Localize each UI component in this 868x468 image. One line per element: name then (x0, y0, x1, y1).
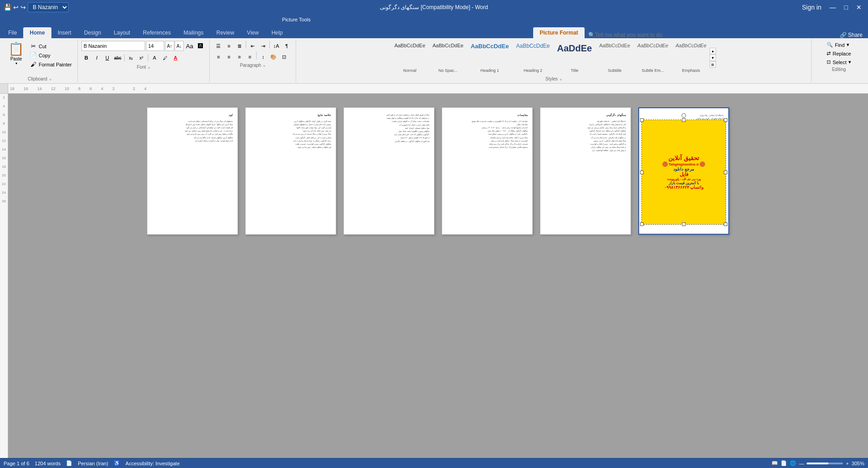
numbered-list-button[interactable]: ≡ (224, 41, 234, 51)
italic-button[interactable]: I (92, 53, 102, 63)
maximize-button[interactable]: □ (842, 3, 851, 12)
styles-gallery: AaBbCcDdEe Normal AaBbCcDdEe No Spac... … (391, 41, 710, 74)
style-heading1[interactable]: AaBbCcDdEe Heading 1 (468, 41, 512, 74)
paste-button[interactable]: 📋 Paste ▾ (5, 41, 27, 67)
page-4[interactable]: مقایسات مقایسات آن - مقاومت آن از ۱۵ تا … (442, 107, 533, 235)
read-mode-button[interactable]: 📖 (772, 460, 778, 466)
redo-button[interactable]: ↪ (20, 4, 26, 11)
subscript-button[interactable]: x₂ (126, 53, 136, 63)
font-selector[interactable]: B Nazanin (28, 2, 69, 12)
align-left-button[interactable]: ≡ (213, 52, 223, 62)
tab-references[interactable]: References (136, 27, 177, 38)
web-layout-button[interactable]: 🌐 (790, 460, 796, 466)
undo-button[interactable]: ↩ (13, 4, 19, 11)
search-input[interactable] (595, 32, 686, 38)
tab-help[interactable]: Help (265, 27, 289, 38)
multilevel-list-button[interactable]: ≣ (234, 41, 244, 51)
tab-home[interactable]: Home (23, 27, 51, 38)
replace-button[interactable]: ⇄ Replace (825, 50, 853, 57)
underline-button[interactable]: U (102, 53, 112, 63)
clipboard-expand-icon[interactable]: ⬦ (49, 77, 51, 81)
tab-review[interactable]: Review (210, 27, 240, 38)
styles-group: AaBbCcDdEe Normal AaBbCcDdEe No Spac... … (296, 39, 812, 82)
tab-layout[interactable]: Layout (107, 27, 136, 38)
font-color-button[interactable]: A (171, 53, 181, 63)
change-case-button[interactable]: Aa (185, 41, 195, 51)
tab-file[interactable]: File (2, 27, 23, 38)
increase-indent-button[interactable]: ⇥ (258, 41, 268, 51)
handle-br[interactable] (724, 222, 727, 226)
style-no-spacing[interactable]: AaBbCcDdEe No Spac... (429, 41, 467, 74)
styles-expand-icon[interactable]: ⬦ (560, 77, 562, 81)
sign-in-button[interactable]: Sign in (799, 3, 824, 12)
shading-button[interactable]: 🎨 (268, 52, 278, 62)
line-spacing-button[interactable]: ↕ (258, 52, 268, 62)
font-expand-icon[interactable]: ⬦ (148, 65, 150, 70)
handle-tr[interactable] (724, 118, 727, 122)
tab-insert[interactable]: Insert (51, 27, 78, 38)
handle-ml[interactable] (640, 171, 644, 174)
text-highlight-button[interactable]: 🖊 (160, 53, 170, 63)
sort-button[interactable]: ↕A (271, 41, 281, 51)
copy-button[interactable]: 📄 Copy (28, 51, 74, 60)
handle-tl[interactable] (640, 118, 644, 122)
zoom-slider[interactable] (807, 463, 843, 464)
style-title[interactable]: AaDdEe Title (554, 41, 595, 74)
page-1[interactable]: کوه محیطهای آبی سنگ دور از مراکز آتشفشان… (147, 107, 238, 235)
style-normal[interactable]: AaBbCcDdEe Normal (391, 41, 429, 74)
styles-expand[interactable]: ⊞ (710, 61, 716, 68)
print-layout-button[interactable]: 📄 (781, 460, 787, 466)
decrease-indent-button[interactable]: ⇤ (247, 41, 257, 51)
style-subtle-em[interactable]: AaBbCcDdEe Subtle Em... (634, 41, 671, 74)
status-right: 📖 📄 🌐 — + 305% (772, 460, 864, 466)
advert-line7: ۰۹۹۸۱۳۶۶۶۲۴ واتساپ (664, 185, 704, 190)
style-subtitle[interactable]: AaBbCcDdEe Subtitle (596, 41, 633, 74)
font-size-input[interactable] (146, 41, 164, 51)
style-subtle-em-preview: AaBbCcDdEe (637, 43, 668, 49)
justify-button[interactable]: ≡ (245, 52, 255, 62)
style-emphasis-label: Emphasis (682, 68, 700, 73)
select-button[interactable]: ⊡ Select ▾ (825, 58, 853, 66)
style-emphasis[interactable]: AaBbCcDdEe Emphasis (672, 41, 710, 74)
page-5[interactable]: سنگهای دگرگونی دانشگاه آزاد اسلامی - دان… (540, 107, 631, 235)
close-button[interactable]: ✕ (853, 3, 864, 12)
handle-tm[interactable] (682, 118, 686, 122)
page-2[interactable]: خلاصه نتایج نتیجه گیری: در طول فرآیند دگ… (245, 107, 336, 235)
bold-button[interactable]: B (81, 53, 91, 63)
styles-scroll-down[interactable]: ▼ (710, 55, 716, 61)
clipboard-small-buttons: ✂ Cut 📄 Copy 🖌 Format Painter (28, 41, 74, 69)
para-expand-icon[interactable]: ⬦ (263, 63, 265, 68)
tab-mailings[interactable]: Mailings (177, 27, 210, 38)
font-name-input[interactable] (81, 41, 145, 51)
styles-scroll-up[interactable]: ▲ (710, 48, 716, 54)
font-group-label: Font ⬦ (81, 64, 206, 70)
tab-view[interactable]: View (241, 27, 265, 38)
rotate-handle[interactable] (681, 113, 686, 118)
save-button[interactable]: 💾 (4, 4, 11, 11)
page-3[interactable]: سنگ از طریق اعمال فشار و مقاومت شدید آن … (343, 107, 434, 235)
style-heading2[interactable]: AaBbCcDdEe Heading 2 (513, 41, 553, 74)
borders-button[interactable]: ⊡ (279, 52, 289, 62)
strikethrough-button[interactable]: abc (113, 53, 123, 63)
font-size-buttons: A↑ A↓ (165, 41, 184, 51)
font-size-decrease[interactable]: A↓ (175, 41, 184, 51)
align-right-button[interactable]: ≡ (234, 52, 244, 62)
handle-mr[interactable] (724, 171, 727, 174)
tab-design[interactable]: Design (78, 27, 107, 38)
bullets-button[interactable]: ☰ (213, 41, 223, 51)
handle-bl[interactable] (640, 222, 644, 226)
tab-picture-format[interactable]: Picture Format (533, 27, 585, 38)
page-6[interactable]: دانشگاه آزاد اسلامی - واحد تهران دانشکده… (638, 107, 729, 235)
minimize-button[interactable]: — (827, 3, 839, 12)
show-marks-button[interactable]: ¶ (282, 41, 292, 51)
clear-format-button[interactable]: 🅰 (196, 41, 206, 51)
cut-button[interactable]: ✂ Cut (28, 42, 74, 50)
share-button[interactable]: 🔗 Share (836, 32, 866, 38)
handle-bm[interactable] (682, 222, 686, 226)
align-center-button[interactable]: ≡ (224, 52, 234, 62)
format-painter-button[interactable]: 🖌 Format Painter (28, 60, 74, 69)
superscript-button[interactable]: x² (136, 53, 146, 63)
find-button[interactable]: 🔍 Find ▾ (825, 41, 853, 49)
font-size-increase[interactable]: A↑ (165, 41, 174, 51)
text-effects-button[interactable]: A (150, 53, 160, 63)
